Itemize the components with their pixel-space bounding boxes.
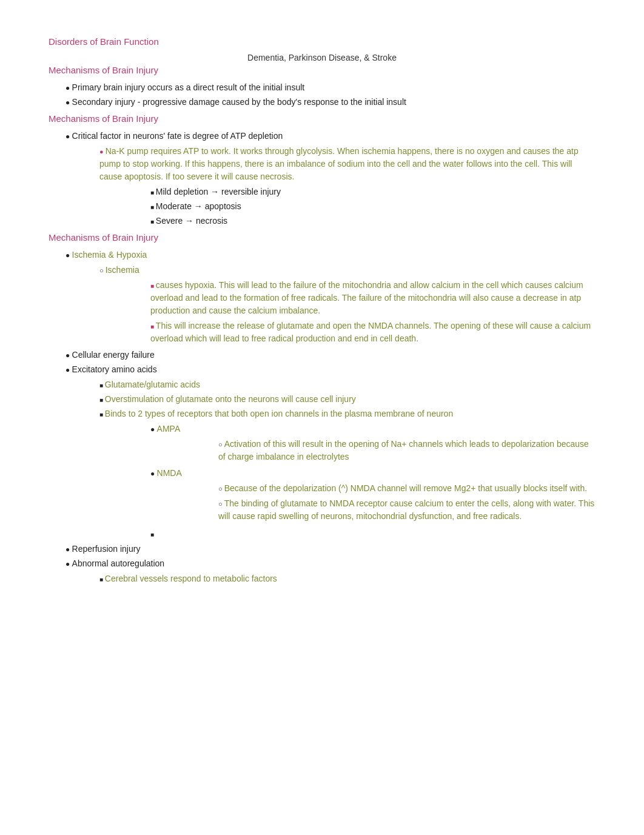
section3-ampa-desc: Activation of this will result in the op… [218, 438, 595, 463]
heading-mechanisms-2: Mechanisms of Brain Injury [49, 113, 595, 124]
section3-nmda-desc1: Because of the depolarization (^) NMDA c… [218, 482, 595, 495]
page-container: Disorders of Brain Function Dementia, Pa… [49, 36, 595, 585]
heading-mechanisms-1-text: Mechanisms of Brain Injury [49, 65, 158, 75]
section2-level-severe: Severe → necrosis [150, 215, 595, 227]
heading-disorders: Disorders of Brain Function [49, 36, 595, 47]
section3-excitatory-sub: Glutamate/glutamic acids Overstimulation… [65, 378, 595, 540]
heading-mechanisms-2-text: Mechanisms of Brain Injury [49, 113, 158, 124]
section3-overstim: Overstimulation of glutamate onto the ne… [99, 393, 595, 406]
section2-nak: Na-K pump requires ATP to work. It works… [99, 145, 595, 227]
section3-ischemia-desc1: causes hypoxia. This will lead to the fa… [150, 279, 595, 317]
section3-list: Ischemia & Hypoxia Ischemia causes hypox… [49, 249, 595, 585]
section3-empty-item [150, 528, 595, 540]
section2-level-moderate: Moderate → apoptosis [150, 200, 595, 213]
heading-mechanisms-1: Mechanisms of Brain Injury [49, 65, 595, 75]
section2-levels-list: Mild depletion → reversible injury Moder… [99, 186, 595, 227]
section1-item-2: Secondary injury - progressive damage ca… [65, 96, 595, 109]
section2-list: Critical factor in neurons' fate is degr… [49, 130, 595, 227]
section3-ampa-desc-list: Activation of this will result in the op… [150, 438, 595, 463]
section2-atp: Critical factor in neurons' fate is degr… [65, 130, 595, 227]
section1-list: Primary brain injury occurs as a direct … [49, 81, 595, 109]
section2-nak-list: Na-K pump requires ATP to work. It works… [65, 145, 595, 227]
section3-excitatory: Excitatory amino acids Glutamate/glutami… [65, 363, 595, 540]
subtitle-text: Dementia, Parkinson Disease, & Stroke [49, 53, 595, 62]
heading-mechanisms-3-text: Mechanisms of Brain Injury [49, 232, 158, 243]
heading-disorders-text: Disorders of Brain Function [49, 36, 159, 47]
section3-abnormal: Abnormal autoregulation Cerebral vessels… [65, 557, 595, 585]
section3-ischemia-sub: Ischemia causes hypoxia. This will lead … [65, 264, 595, 345]
section3-ischemia-label: Ischemia causes hypoxia. This will lead … [99, 264, 595, 345]
section3-empty-bullet [99, 528, 595, 540]
heading-mechanisms-3: Mechanisms of Brain Injury [49, 232, 595, 243]
section3-ischemia-desc2: This will increase the release of glutam… [150, 320, 595, 345]
section3-nmda-label: NMDA Because of the depolarization (^) N… [150, 467, 595, 523]
section1-item-1: Primary brain injury occurs as a direct … [65, 81, 595, 94]
section2-level-mild: Mild depletion → reversible injury [150, 186, 595, 198]
section3-ampa-list: AMPA Activation of this will result in t… [99, 423, 595, 523]
section3-glutamate: Glutamate/glutamic acids [99, 378, 595, 391]
section3-reperfusion: Reperfusion injury [65, 543, 595, 555]
section3-cellular: Cellular energy failure [65, 349, 595, 361]
section3-binds: Binds to 2 types of receptors that both … [99, 407, 595, 540]
section3-ischemia-desc: causes hypoxia. This will lead to the fa… [99, 279, 595, 345]
section3-cerebral: Cerebral vessels respond to metabolic fa… [99, 572, 595, 585]
section3-ampa-label: AMPA Activation of this will result in t… [150, 423, 595, 463]
section3-ischemia-hypoxia: Ischemia & Hypoxia Ischemia causes hypox… [65, 249, 595, 345]
section3-abnormal-sub: Cerebral vessels respond to metabolic fa… [65, 572, 595, 585]
section3-nmda-desc2: The binding of glutamate to NMDA recepto… [218, 497, 595, 523]
section3-nmda-desc-list: Because of the depolarization (^) NMDA c… [150, 482, 595, 523]
